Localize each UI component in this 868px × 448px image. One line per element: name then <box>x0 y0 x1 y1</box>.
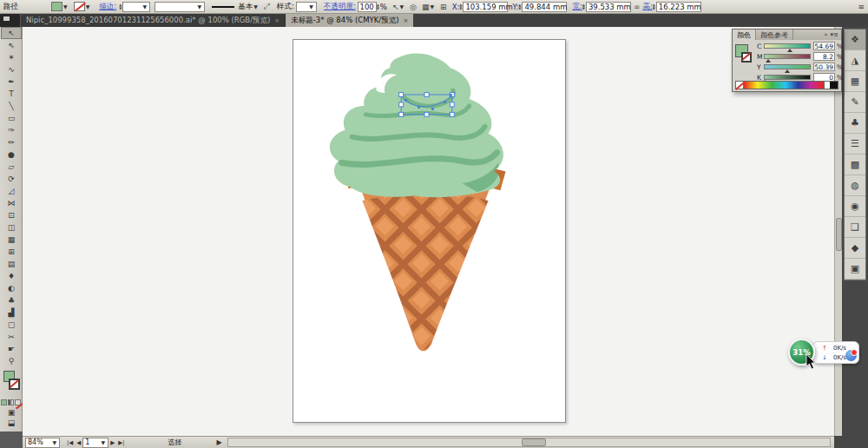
direct-selection-tool[interactable]: ⇖ <box>1 39 22 51</box>
brushes-panel-icon[interactable]: ✎ <box>845 92 865 113</box>
stroke-link[interactable]: 描边: <box>99 2 116 12</box>
brush-definition[interactable]: 基本 <box>238 2 253 12</box>
perspective-grid-tool[interactable]: ▦ <box>1 234 22 246</box>
layers-panel-icon[interactable]: ◆ <box>845 238 865 259</box>
pen-tool[interactable]: ✒ <box>1 76 22 88</box>
panel-collapse-icon[interactable]: « <box>824 31 827 38</box>
graphic-styles-panel-icon[interactable]: ❑ <box>845 217 865 238</box>
document-tab-2[interactable]: 未标题-3* @ 84% (CMYK/预览) × <box>286 14 413 27</box>
style-dropdown[interactable]: ▼ <box>296 2 317 12</box>
rectangle-tool[interactable]: ▭ <box>1 112 22 124</box>
x-stepper[interactable]: ▲▼ <box>459 3 462 10</box>
none-swatch[interactable] <box>736 82 744 89</box>
width-field[interactable]: 39.533 mm <box>586 2 631 12</box>
net-monitor-icon[interactable] <box>845 350 857 361</box>
fill-color-swatch[interactable] <box>51 2 62 11</box>
artboard[interactable] <box>293 39 566 423</box>
paintbrush-tool[interactable]: ✑ <box>1 124 22 136</box>
workspace-button[interactable] <box>0 14 21 27</box>
line-tool[interactable]: ╲ <box>1 100 22 112</box>
fill-stroke-control[interactable] <box>1 369 22 397</box>
rotate-tool[interactable]: ⟳ <box>1 173 22 185</box>
opacity-stepper[interactable]: ▲▼ <box>377 3 379 10</box>
vertical-scrollbar-thumb[interactable] <box>836 218 842 251</box>
black-swatch[interactable] <box>830 82 838 89</box>
y-stepper[interactable]: ▲▼ <box>518 3 521 10</box>
gradient-mode-button[interactable] <box>8 399 14 405</box>
x-field[interactable]: 103.159 mm <box>463 2 508 12</box>
align-dropdown-icon[interactable]: ▼ <box>430 3 434 10</box>
link-dimensions-icon[interactable]: ∞ <box>634 3 641 11</box>
reference-point-icon[interactable]: ⊞ <box>440 3 447 11</box>
select-similar-icon[interactable]: ↖ <box>392 3 399 11</box>
align-icon[interactable]: ▦ <box>422 3 430 11</box>
panel-fill-stroke[interactable] <box>735 44 756 70</box>
color-panel-icon[interactable]: ❖ <box>845 30 865 50</box>
color-mode-button[interactable] <box>1 399 7 405</box>
artboard-number-select[interactable]: 1 ▼ <box>82 438 108 448</box>
stroke-profile-dropdown[interactable]: ▼ <box>155 2 205 12</box>
stroke-dropdown-icon[interactable]: ▼ <box>86 3 90 10</box>
stroke-color-swatch[interactable] <box>74 2 85 11</box>
type-tool[interactable]: T <box>1 88 22 100</box>
recolor-artwork-icon[interactable]: ◎ <box>410 3 417 11</box>
eyedropper-tool[interactable]: ♦ <box>1 270 22 282</box>
slice-tool[interactable]: ✂ <box>1 331 22 343</box>
fill-dropdown-icon[interactable]: ▼ <box>63 3 68 10</box>
eraser-tool[interactable]: ▱ <box>1 161 22 173</box>
color-spectrum-bar[interactable] <box>735 81 838 89</box>
panel-menu-icon[interactable]: ▾≡ <box>831 31 838 38</box>
symbol-sprayer-tool[interactable]: ♣ <box>1 294 22 306</box>
height-stepper[interactable]: ▲▼ <box>653 3 655 10</box>
soft-serve-swirl[interactable] <box>330 53 503 197</box>
document-tab-1[interactable]: Nipic_10999358_20160701231125656000.ai* … <box>21 14 286 27</box>
zoom-level-select[interactable]: 84% ▼ <box>25 438 60 448</box>
previous-artboard-button[interactable]: ◀ <box>76 439 81 446</box>
opacity-field[interactable]: 100 <box>358 2 377 12</box>
lasso-tool[interactable]: ∿ <box>1 63 22 76</box>
height-field[interactable]: 16.223 mm <box>656 2 701 12</box>
none-mode-button[interactable] <box>15 399 21 405</box>
tab-color-guide[interactable]: 颜色参考 <box>756 30 793 40</box>
brush-options-icon[interactable]: ⤢ <box>264 2 270 11</box>
hand-tool[interactable]: ☛ <box>1 343 22 355</box>
stroke-panel-icon[interactable]: ☰ <box>845 134 865 155</box>
yellow-slider[interactable]: Y 50.39 % <box>757 63 843 71</box>
close-icon[interactable]: × <box>274 17 279 24</box>
status-menu-arrow[interactable]: ▶ <box>216 438 221 446</box>
color-guide-panel-icon[interactable]: ◮ <box>845 50 865 71</box>
magenta-slider[interactable]: M 8.2 % <box>757 52 843 61</box>
spectrum-ramp[interactable] <box>744 82 824 89</box>
magic-wand-tool[interactable]: ✶ <box>1 51 22 63</box>
panel-menu-icon[interactable]: ≡ <box>858 3 865 11</box>
cyan-slider[interactable]: C 54.69 % <box>757 42 843 50</box>
artboard-tool[interactable]: ▢ <box>1 319 22 331</box>
swatches-panel-icon[interactable]: ▦ <box>845 71 865 92</box>
panel-stroke-swatch[interactable] <box>741 52 752 63</box>
column-graph-tool[interactable]: ▟ <box>1 306 22 319</box>
last-artboard-button[interactable]: ▶| <box>118 439 124 446</box>
select-similar-dropdown-icon[interactable]: ▼ <box>399 3 404 10</box>
tab-color[interactable]: 颜色 <box>733 30 756 40</box>
net-speed-pill[interactable]: ↑ 0K/s ↓ 0K/s <box>812 341 859 364</box>
free-transform-tool[interactable]: ⊡ <box>1 209 22 221</box>
horizontal-scrollbar[interactable] <box>227 438 831 447</box>
blend-tool[interactable]: ◐ <box>1 282 22 294</box>
blob-brush-tool[interactable]: ● <box>1 148 22 161</box>
close-icon[interactable]: × <box>403 17 408 24</box>
mesh-tool[interactable]: ⊞ <box>1 246 22 258</box>
screen-mode-button[interactable]: ⬓ <box>1 418 22 428</box>
first-artboard-button[interactable]: |◀ <box>67 439 73 446</box>
horizontal-scrollbar-thumb[interactable] <box>522 438 546 446</box>
y-field[interactable]: 49.844 mm <box>522 2 567 12</box>
symbols-panel-icon[interactable]: ♣ <box>845 113 865 134</box>
toolbar-stroke-swatch[interactable] <box>9 379 20 390</box>
artboards-panel-icon[interactable]: ▣ <box>845 259 865 280</box>
gradient-panel-icon[interactable]: ▩ <box>845 155 865 175</box>
draw-mode-button[interactable]: ▣ <box>1 407 22 418</box>
next-artboard-button[interactable]: ▶ <box>110 439 115 446</box>
appearance-panel-icon[interactable]: ◉ <box>845 196 865 217</box>
width-stepper[interactable]: ▲▼ <box>582 3 585 10</box>
pencil-tool[interactable]: ✏ <box>1 136 22 148</box>
stroke-weight-field[interactable]: ▼ <box>122 2 150 12</box>
